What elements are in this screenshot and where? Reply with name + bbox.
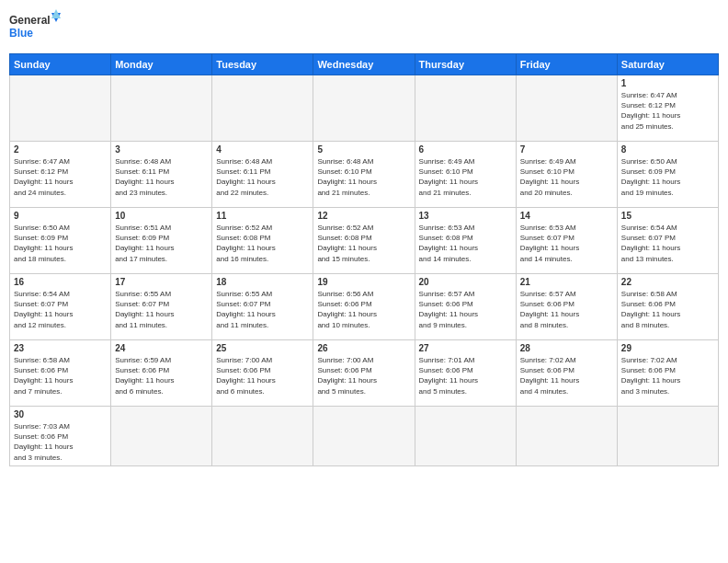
day-info: Sunrise: 6:56 AM Sunset: 6:06 PM Dayligh… (317, 289, 410, 330)
day-info: Sunrise: 7:00 AM Sunset: 6:06 PM Dayligh… (216, 355, 309, 396)
day-info: Sunrise: 7:02 AM Sunset: 6:06 PM Dayligh… (520, 355, 613, 396)
calendar-header-tuesday: Tuesday (212, 54, 313, 75)
day-number: 15 (621, 211, 714, 221)
day-info: Sunrise: 6:53 AM Sunset: 6:07 PM Dayligh… (520, 223, 613, 264)
calendar-header-friday: Friday (516, 54, 617, 75)
calendar-cell: 13Sunrise: 6:53 AM Sunset: 6:08 PM Dayli… (415, 208, 516, 274)
calendar-cell: 5Sunrise: 6:48 AM Sunset: 6:10 PM Daylig… (313, 142, 415, 208)
calendar-header-wednesday: Wednesday (313, 54, 415, 75)
calendar-cell (617, 407, 718, 466)
day-number: 16 (14, 277, 107, 287)
day-info: Sunrise: 6:58 AM Sunset: 6:06 PM Dayligh… (621, 289, 714, 330)
day-info: Sunrise: 6:51 AM Sunset: 6:09 PM Dayligh… (115, 223, 208, 264)
calendar-cell: 4Sunrise: 6:48 AM Sunset: 6:11 PM Daylig… (212, 142, 313, 208)
day-number: 18 (216, 277, 309, 287)
calendar-cell: 28Sunrise: 7:02 AM Sunset: 6:06 PM Dayli… (516, 340, 617, 407)
calendar-cell: 29Sunrise: 7:02 AM Sunset: 6:06 PM Dayli… (617, 340, 718, 407)
calendar-header-saturday: Saturday (617, 54, 718, 75)
calendar-cell: 9Sunrise: 6:50 AM Sunset: 6:09 PM Daylig… (10, 208, 111, 274)
day-number: 6 (419, 144, 512, 155)
day-info: Sunrise: 6:47 AM Sunset: 6:12 PM Dayligh… (14, 156, 107, 198)
day-number: 8 (621, 144, 714, 155)
calendar-cell (415, 75, 516, 142)
calendar-cell: 30Sunrise: 7:03 AM Sunset: 6:06 PM Dayli… (10, 407, 111, 466)
calendar-week-row: 2Sunrise: 6:47 AM Sunset: 6:12 PM Daylig… (10, 142, 719, 208)
day-info: Sunrise: 7:01 AM Sunset: 6:06 PM Dayligh… (419, 355, 512, 396)
day-number: 13 (419, 211, 512, 221)
calendar-header-sunday: Sunday (10, 54, 111, 75)
day-number: 7 (520, 144, 613, 155)
day-number: 9 (14, 211, 107, 221)
day-info: Sunrise: 6:49 AM Sunset: 6:10 PM Dayligh… (520, 156, 613, 198)
day-info: Sunrise: 6:55 AM Sunset: 6:07 PM Dayligh… (216, 289, 309, 330)
day-number: 2 (14, 144, 107, 155)
calendar-cell: 7Sunrise: 6:49 AM Sunset: 6:10 PM Daylig… (516, 142, 617, 208)
calendar-cell: 16Sunrise: 6:54 AM Sunset: 6:07 PM Dayli… (10, 274, 111, 340)
day-info: Sunrise: 6:48 AM Sunset: 6:10 PM Dayligh… (317, 156, 410, 198)
day-number: 25 (216, 343, 309, 353)
calendar-cell: 3Sunrise: 6:48 AM Sunset: 6:11 PM Daylig… (111, 142, 212, 208)
day-info: Sunrise: 7:03 AM Sunset: 6:06 PM Dayligh… (14, 421, 107, 463)
calendar-cell (516, 75, 617, 142)
day-info: Sunrise: 6:50 AM Sunset: 6:09 PM Dayligh… (14, 223, 107, 264)
calendar-cell: 15Sunrise: 6:54 AM Sunset: 6:07 PM Dayli… (617, 208, 718, 274)
calendar-week-row: 1Sunrise: 6:47 AM Sunset: 6:12 PM Daylig… (10, 75, 719, 142)
day-info: Sunrise: 6:48 AM Sunset: 6:11 PM Dayligh… (216, 156, 309, 198)
calendar-week-row: 16Sunrise: 6:54 AM Sunset: 6:07 PM Dayli… (10, 274, 719, 340)
calendar-cell: 21Sunrise: 6:57 AM Sunset: 6:06 PM Dayli… (516, 274, 617, 340)
calendar-cell (415, 407, 516, 466)
day-info: Sunrise: 6:57 AM Sunset: 6:06 PM Dayligh… (419, 289, 512, 330)
day-number: 30 (14, 409, 107, 419)
day-info: Sunrise: 7:02 AM Sunset: 6:06 PM Dayligh… (621, 355, 714, 396)
calendar-cell: 17Sunrise: 6:55 AM Sunset: 6:07 PM Dayli… (111, 274, 212, 340)
page-header: General Blue (9, 9, 719, 46)
day-number: 11 (216, 211, 309, 221)
day-info: Sunrise: 6:49 AM Sunset: 6:10 PM Dayligh… (419, 156, 512, 198)
calendar-cell: 11Sunrise: 6:52 AM Sunset: 6:08 PM Dayli… (212, 208, 313, 274)
day-number: 28 (520, 343, 613, 353)
calendar-cell (212, 75, 313, 142)
calendar-cell: 1Sunrise: 6:47 AM Sunset: 6:12 PM Daylig… (617, 75, 718, 142)
calendar-table: SundayMondayTuesdayWednesdayThursdayFrid… (9, 53, 719, 466)
day-number: 21 (520, 277, 613, 287)
day-info: Sunrise: 6:54 AM Sunset: 6:07 PM Dayligh… (621, 223, 714, 264)
calendar-cell (313, 407, 415, 466)
day-number: 3 (115, 144, 208, 155)
calendar-cell: 23Sunrise: 6:58 AM Sunset: 6:06 PM Dayli… (10, 340, 111, 407)
calendar-cell: 22Sunrise: 6:58 AM Sunset: 6:06 PM Dayli… (617, 274, 718, 340)
day-info: Sunrise: 6:54 AM Sunset: 6:07 PM Dayligh… (14, 289, 107, 330)
day-number: 14 (520, 211, 613, 221)
calendar-cell: 27Sunrise: 7:01 AM Sunset: 6:06 PM Dayli… (415, 340, 516, 407)
day-number: 22 (621, 277, 714, 287)
calendar-cell: 10Sunrise: 6:51 AM Sunset: 6:09 PM Dayli… (111, 208, 212, 274)
day-info: Sunrise: 6:48 AM Sunset: 6:11 PM Dayligh… (115, 156, 208, 198)
general-blue-logo: General Blue (9, 9, 64, 46)
day-info: Sunrise: 6:50 AM Sunset: 6:09 PM Dayligh… (621, 156, 714, 198)
day-number: 5 (317, 144, 410, 155)
calendar-cell: 18Sunrise: 6:55 AM Sunset: 6:07 PM Dayli… (212, 274, 313, 340)
calendar-cell (10, 75, 111, 142)
calendar-header-thursday: Thursday (415, 54, 516, 75)
day-number: 23 (14, 343, 107, 353)
calendar-cell: 12Sunrise: 6:52 AM Sunset: 6:08 PM Dayli… (313, 208, 415, 274)
day-number: 1 (621, 78, 714, 88)
day-number: 10 (115, 211, 208, 221)
calendar-cell: 19Sunrise: 6:56 AM Sunset: 6:06 PM Dayli… (313, 274, 415, 340)
calendar-cell: 24Sunrise: 6:59 AM Sunset: 6:06 PM Dayli… (111, 340, 212, 407)
day-number: 26 (317, 343, 410, 353)
day-number: 4 (216, 144, 309, 155)
calendar-cell (111, 75, 212, 142)
calendar-cell: 14Sunrise: 6:53 AM Sunset: 6:07 PM Dayli… (516, 208, 617, 274)
day-info: Sunrise: 6:58 AM Sunset: 6:06 PM Dayligh… (14, 355, 107, 396)
logo: General Blue (9, 9, 64, 46)
calendar-week-row: 9Sunrise: 6:50 AM Sunset: 6:09 PM Daylig… (10, 208, 719, 274)
calendar-cell: 25Sunrise: 7:00 AM Sunset: 6:06 PM Dayli… (212, 340, 313, 407)
calendar-cell (111, 407, 212, 466)
calendar-cell: 6Sunrise: 6:49 AM Sunset: 6:10 PM Daylig… (415, 142, 516, 208)
calendar-header-monday: Monday (111, 54, 212, 75)
day-info: Sunrise: 6:55 AM Sunset: 6:07 PM Dayligh… (115, 289, 208, 330)
day-info: Sunrise: 6:59 AM Sunset: 6:06 PM Dayligh… (115, 355, 208, 396)
day-info: Sunrise: 6:52 AM Sunset: 6:08 PM Dayligh… (317, 223, 410, 264)
calendar-week-row: 23Sunrise: 6:58 AM Sunset: 6:06 PM Dayli… (10, 340, 719, 407)
calendar-cell: 2Sunrise: 6:47 AM Sunset: 6:12 PM Daylig… (10, 142, 111, 208)
